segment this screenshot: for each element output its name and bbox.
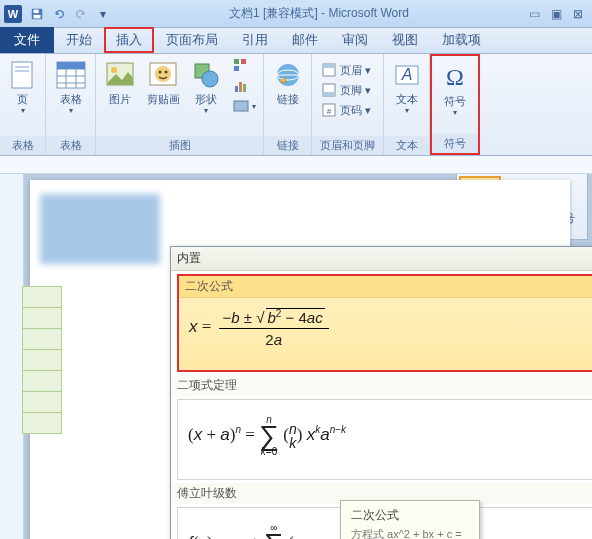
tab-layout[interactable]: 页面布局: [154, 27, 230, 53]
shapes-button[interactable]: 形状▾: [187, 57, 226, 117]
svg-text:A: A: [400, 66, 412, 83]
tab-insert[interactable]: 插入: [104, 27, 154, 53]
svg-rect-21: [234, 59, 239, 64]
svg-rect-3: [12, 62, 32, 88]
svg-rect-12: [57, 62, 85, 69]
screenshot-icon: [233, 98, 249, 114]
svg-rect-2: [34, 14, 41, 18]
document-area: π 公式▾ Ω 符号▾ # 编号 内置 二次公式 x = −b ± √b2 − …: [0, 174, 592, 539]
header-button[interactable]: 页眉 ▾: [318, 61, 374, 79]
group-pages-label: 表格: [0, 136, 45, 155]
svg-rect-23: [234, 66, 239, 71]
table-icon: [55, 59, 87, 91]
tab-mailings[interactable]: 邮件: [280, 27, 330, 53]
table-cells: [22, 286, 62, 433]
equation-tooltip: 二次公式 方程式 ax^2 + bx + c = 0 的根: [340, 500, 480, 539]
pagenumber-button[interactable]: #页码 ▾: [318, 101, 374, 119]
svg-point-20: [202, 71, 218, 87]
clipart-icon: [147, 59, 179, 91]
smartart-icon: [233, 58, 249, 74]
clipart-button[interactable]: 剪贴画: [141, 57, 184, 108]
equation-gallery: 内置 二次公式 x = −b ± √b2 − 4ac2a 二项式定理 (x + …: [170, 246, 592, 539]
group-text-label: 文本: [384, 136, 429, 155]
svg-rect-25: [239, 82, 242, 92]
tab-references[interactable]: 引用: [230, 27, 280, 53]
picture-button[interactable]: 图片: [100, 57, 139, 108]
smartart-button[interactable]: [230, 57, 259, 75]
window-title: 文档1 [兼容模式] - Microsoft Word: [114, 5, 524, 22]
picture-icon: [104, 59, 136, 91]
svg-rect-34: [323, 92, 335, 96]
qat-customize-dropdown[interactable]: ▾: [93, 4, 113, 24]
svg-rect-1: [34, 9, 39, 13]
group-illustrations-label: 插图: [96, 136, 263, 155]
word-logo-icon: W: [4, 5, 22, 23]
chart-button[interactable]: [230, 77, 259, 95]
tab-review[interactable]: 审阅: [330, 27, 380, 53]
qat-save-button[interactable]: [27, 4, 47, 24]
quadratic-label: 二次公式: [179, 276, 592, 298]
minimize-button[interactable]: ▭: [524, 6, 544, 22]
tab-addins[interactable]: 加载项: [430, 27, 493, 53]
ribbon: 页▾ 表格 表格▾ 表格 图片 剪贴画 形状▾: [0, 54, 592, 156]
svg-rect-26: [243, 84, 246, 92]
table-button[interactable]: 表格▾: [50, 57, 91, 117]
ribbon-tabs: 文件 开始 插入 页面布局 引用 邮件 审阅 视图 加载项: [0, 28, 592, 54]
tooltip-description: 方程式 ax^2 + bx + c = 0 的根: [351, 527, 469, 539]
svg-point-14: [111, 67, 117, 73]
gallery-header: 内置: [171, 247, 592, 271]
footer-button[interactable]: 页脚 ▾: [318, 81, 374, 99]
pagenumber-icon: #: [321, 102, 337, 118]
omega-icon: Ω: [439, 61, 471, 93]
svg-rect-27: [234, 101, 248, 111]
vertical-ruler[interactable]: [0, 174, 24, 539]
title-bar: W ▾ 文档1 [兼容模式] - Microsoft Word ▭ ▣ ⊠: [0, 0, 592, 28]
screenshot-button[interactable]: ▾: [230, 97, 259, 115]
shapes-icon: [190, 59, 222, 91]
blurred-content: [40, 194, 160, 264]
page-icon: [7, 59, 39, 91]
symbol-button[interactable]: Ω 符号▾: [436, 59, 474, 119]
group-symbols-label: 符号: [432, 134, 478, 153]
equation-item-quadratic[interactable]: 二次公式 x = −b ± √b2 − 4ac2a: [177, 274, 592, 372]
horizontal-ruler[interactable]: [0, 156, 592, 174]
textbox-button[interactable]: A 文本▾: [388, 57, 425, 117]
chart-icon: [233, 78, 249, 94]
pages-button[interactable]: 页▾: [4, 57, 41, 117]
textbox-icon: A: [391, 59, 423, 91]
svg-rect-32: [323, 64, 335, 68]
restore-button[interactable]: ▣: [546, 6, 566, 22]
svg-rect-24: [235, 86, 238, 92]
hyperlink-icon: [272, 59, 304, 91]
tooltip-title: 二次公式: [351, 507, 469, 524]
svg-rect-22: [241, 59, 246, 64]
svg-rect-4: [15, 66, 29, 68]
qat-redo-button[interactable]: [71, 4, 91, 24]
header-icon: [321, 62, 337, 78]
svg-point-18: [165, 71, 168, 74]
tab-file[interactable]: 文件: [0, 27, 54, 53]
binomial-label: 二项式定理: [171, 375, 592, 396]
svg-point-16: [155, 66, 171, 82]
svg-point-17: [159, 71, 162, 74]
group-tables-label: 表格: [46, 136, 95, 155]
hyperlink-button[interactable]: 链接: [268, 57, 307, 108]
group-links-label: 链接: [264, 136, 311, 155]
close-button[interactable]: ⊠: [568, 6, 588, 22]
qat-undo-button[interactable]: [49, 4, 69, 24]
svg-rect-5: [15, 70, 29, 72]
tab-home[interactable]: 开始: [54, 27, 104, 53]
document-page[interactable]: 内置 二次公式 x = −b ± √b2 − 4ac2a 二项式定理 (x + …: [30, 180, 570, 539]
footer-icon: [321, 82, 337, 98]
tab-view[interactable]: 视图: [380, 27, 430, 53]
group-headerfooter-label: 页眉和页脚: [312, 136, 383, 155]
equation-item-binomial[interactable]: (x + a)n = n∑k=0 (nk) xkan−k: [177, 399, 592, 480]
svg-text:#: #: [327, 107, 332, 116]
